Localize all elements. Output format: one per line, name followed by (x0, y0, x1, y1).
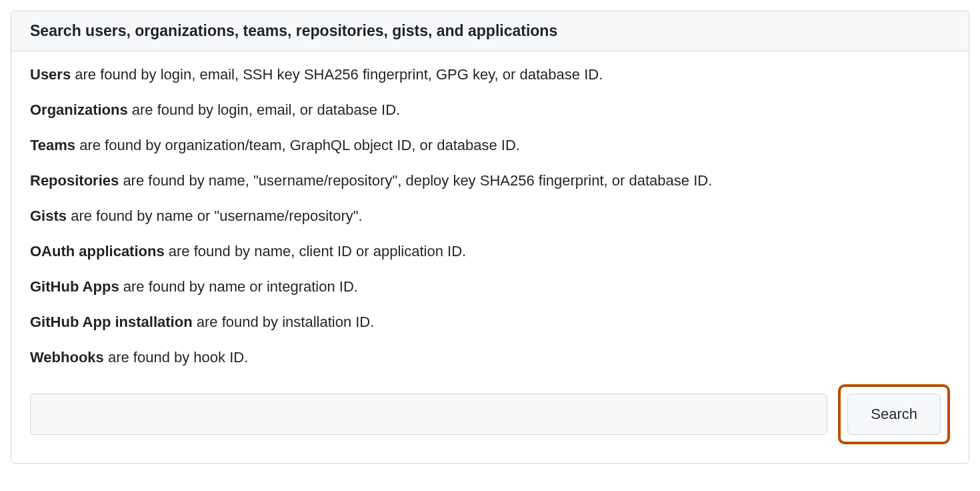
help-line-organizations: Organizations are found by login, email,… (30, 99, 950, 121)
help-text: are found by login, email, SSH key SHA25… (71, 66, 603, 83)
help-line-github-apps: GitHub Apps are found by name or integra… (30, 276, 950, 298)
help-line-gists: Gists are found by name or "username/rep… (30, 205, 950, 227)
help-text: are found by name, "username/repository"… (119, 172, 712, 189)
help-text: are found by hook ID. (104, 349, 248, 366)
help-term: GitHub Apps (30, 278, 119, 295)
help-term: Organizations (30, 101, 128, 118)
help-term: Webhooks (30, 349, 104, 366)
help-line-webhooks: Webhooks are found by hook ID. (30, 346, 950, 368)
search-button[interactable]: Search (847, 394, 941, 435)
help-text: are found by login, email, or database I… (128, 101, 400, 118)
help-line-users: Users are found by login, email, SSH key… (30, 63, 950, 85)
help-text: are found by name, client ID or applicat… (165, 243, 466, 260)
help-term: Users (30, 66, 71, 83)
panel-body: Users are found by login, email, SSH key… (11, 51, 969, 463)
help-text: are found by name or integration ID. (119, 278, 358, 295)
help-line-teams: Teams are found by organization/team, Gr… (30, 134, 950, 156)
help-term: Teams (30, 137, 75, 153)
help-term: Gists (30, 207, 67, 224)
search-button-highlight: Search (838, 384, 950, 444)
panel-title: Search users, organizations, teams, repo… (30, 22, 950, 40)
help-line-oauth-applications: OAuth applications are found by name, cl… (30, 240, 950, 262)
help-line-github-app-installation: GitHub App installation are found by ins… (30, 311, 950, 333)
search-row: Search (30, 384, 950, 444)
help-text: are found by installation ID. (193, 314, 375, 330)
search-input[interactable] (30, 394, 827, 435)
help-line-repositories: Repositories are found by name, "usernam… (30, 169, 950, 191)
search-panel: Search users, organizations, teams, repo… (11, 11, 969, 464)
help-term: Repositories (30, 172, 119, 189)
help-term: OAuth applications (30, 243, 165, 260)
panel-header: Search users, organizations, teams, repo… (11, 11, 969, 51)
help-text: are found by organization/team, GraphQL … (75, 137, 520, 153)
help-text: are found by name or "username/repositor… (67, 207, 363, 224)
help-term: GitHub App installation (30, 314, 193, 330)
